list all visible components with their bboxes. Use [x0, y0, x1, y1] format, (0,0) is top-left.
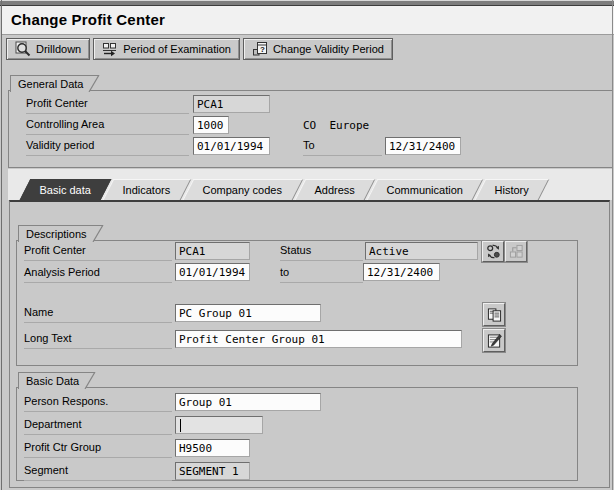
descriptions-group-title: Descriptions [26, 228, 87, 240]
status-label: Status [280, 243, 363, 261]
person-respons-label: Person Respons. [24, 394, 172, 412]
validity-to-label: To [303, 138, 382, 156]
title-bar: Change Profit Center [2, 6, 614, 35]
basic-data-group-title: Basic Data [26, 375, 79, 387]
tab-address[interactable]: Address [294, 179, 375, 200]
analysis-from-field[interactable] [175, 263, 250, 281]
change-status-button[interactable] [482, 241, 504, 262]
profit-ctr-group-label: Profit Ctr Group [24, 440, 172, 458]
text-cursor [180, 419, 181, 432]
period-of-examination-icon [102, 41, 118, 57]
window-left-edge [1, 0, 2, 490]
tab-company-codes[interactable]: Company codes [183, 179, 303, 200]
group-label-slant [87, 75, 100, 92]
group-label-slant [83, 372, 96, 389]
tab-strip: Basic data Indicators Company codes Addr… [8, 169, 613, 200]
tab-indicators-label: Indicators [123, 180, 171, 201]
tab-basic-data[interactable]: Basic data [20, 179, 112, 200]
tab-company-codes-label: Company codes [203, 180, 283, 201]
long-text-field[interactable] [175, 330, 462, 348]
name-label: Name [24, 305, 172, 323]
tab-history[interactable]: History [475, 179, 550, 200]
profit-center-label: Profit Center [26, 96, 189, 114]
edit-text-icon [487, 333, 502, 349]
controlling-area-field[interactable] [193, 116, 229, 134]
svg-text:?: ? [260, 45, 265, 54]
tab-address-label: Address [314, 180, 354, 201]
copy-text-button[interactable] [483, 303, 505, 326]
general-data-group-label: General Data [10, 75, 87, 92]
tabs: Basic data Indicators Company codes Addr… [25, 179, 547, 200]
page-title: Change Profit Center [11, 11, 165, 28]
controlling-area-description: CO Europe [303, 119, 369, 132]
segment-field [175, 462, 250, 480]
hierarchy-icon [509, 244, 524, 259]
validity-from-field[interactable] [193, 137, 270, 155]
window-right-edge [612, 0, 613, 490]
department-field[interactable] [175, 416, 263, 434]
hierarchy-button [505, 241, 527, 262]
tab-communication[interactable]: Communication [367, 179, 484, 200]
profit-ctr-group-field[interactable] [175, 439, 250, 457]
change-validity-period-button-label: Change Validity Period [273, 43, 384, 55]
descriptions-group-label: Descriptions [18, 225, 91, 242]
status-field [365, 242, 478, 260]
change-status-icon [486, 244, 501, 259]
person-respons-field[interactable] [175, 393, 321, 411]
tab-history-label: History [495, 180, 529, 201]
controlling-area-label: Controlling Area [26, 117, 189, 135]
profit-center-field [193, 95, 270, 113]
desc-profit-center-label: Profit Center [24, 243, 172, 261]
group-label-slant [91, 225, 104, 242]
drilldown-button[interactable]: Drilldown [6, 38, 90, 60]
basic-data-group-label: Basic Data [18, 372, 83, 389]
department-label: Department [24, 417, 172, 435]
period-of-examination-button[interactable]: Period of Examination [93, 38, 240, 60]
name-field[interactable] [175, 304, 321, 322]
analysis-to-label: to [280, 265, 363, 283]
validity-to-field[interactable] [385, 137, 461, 155]
tab-indicators[interactable]: Indicators [103, 179, 191, 200]
sap-window: Change Profit Center Drilldown Period of… [0, 0, 614, 490]
edit-long-text-button[interactable] [483, 329, 505, 352]
general-data-group-title: General Data [18, 78, 83, 90]
period-of-examination-button-label: Period of Examination [123, 43, 231, 55]
application-toolbar: Drilldown Period of Examination ? Change… [6, 38, 393, 60]
copy-text-icon [487, 307, 502, 323]
validity-period-label: Validity period [26, 138, 189, 156]
long-text-label: Long Text [24, 331, 172, 349]
tab-communication-label: Communication [386, 180, 462, 201]
change-validity-period-button[interactable]: ? Change Validity Period [243, 38, 393, 60]
segment-label: Segment [24, 463, 172, 481]
analysis-period-label: Analysis Period [24, 265, 172, 283]
analysis-to-field[interactable] [363, 263, 440, 281]
desc-profit-center-field [175, 242, 250, 260]
change-validity-period-icon: ? [252, 41, 268, 57]
drilldown-magnifier-icon [15, 41, 31, 57]
tab-basic-data-label: Basic data [39, 180, 90, 201]
drilldown-button-label: Drilldown [36, 43, 81, 55]
